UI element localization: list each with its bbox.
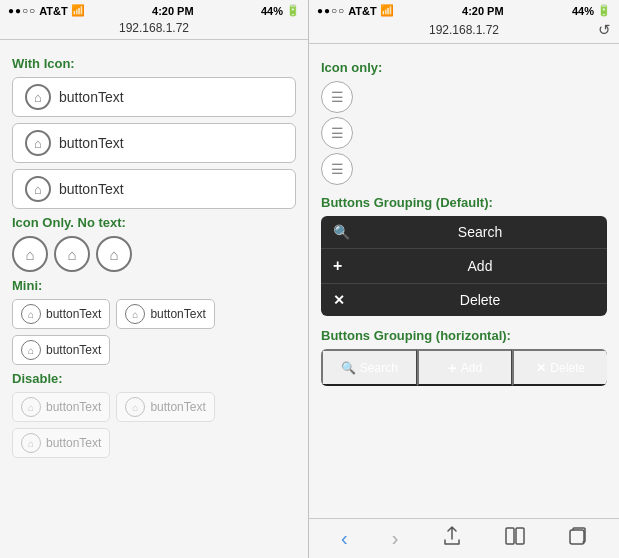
address-text-left: 192.168.1.72 <box>119 21 189 35</box>
status-bar-right-section: ●●○○ AT&T 📶 <box>317 4 394 17</box>
disabled-home-icon-1: ⌂ <box>21 397 41 417</box>
section-grouping-horizontal-label: Buttons Grouping (horizontal): <box>321 328 607 343</box>
disable-row-2: ⌂ buttonText <box>12 428 296 458</box>
address-text-right: 192.168.1.72 <box>429 23 499 37</box>
scroll-content-right: Icon only: ☰ ☰ ☰ Buttons Grouping (Defau… <box>309 44 619 518</box>
section-mini-label: Mini: <box>12 278 296 293</box>
icon-only-right-btn-2[interactable]: ☰ <box>321 117 353 149</box>
carrier-label: AT&T <box>39 5 68 17</box>
disabled-home-icon-3: ⌂ <box>21 433 41 453</box>
mini-row-2: ⌂ buttonText <box>12 335 296 365</box>
grouping-row-add[interactable]: + Add <box>321 249 607 284</box>
svg-rect-0 <box>506 528 514 544</box>
home-icon-3: ⌂ <box>25 176 51 202</box>
with-icon-button-2[interactable]: ⌂ buttonText <box>12 123 296 163</box>
disable-row-1: ⌂ buttonText ⌂ buttonText <box>12 392 296 422</box>
icon-only-right-group: ☰ ☰ ☰ <box>321 81 607 185</box>
disabled-button-1: ⌂ buttonText <box>12 392 110 422</box>
svg-rect-2 <box>570 530 584 544</box>
mini-button-2-label: buttonText <box>150 307 205 321</box>
left-panel: ●●○○ AT&T 📶 4:20 PM 44% 🔋 192.168.1.72 W… <box>0 0 309 558</box>
delete-icon-horiz: ✕ <box>536 361 546 375</box>
home-icon-1: ⌂ <box>25 84 51 110</box>
status-bar-right: ●●○○ AT&T 📶 4:20 PM 44% 🔋 <box>309 0 619 19</box>
mini-button-1[interactable]: ⌂ buttonText <box>12 299 110 329</box>
time-label-right: 4:20 PM <box>462 5 504 17</box>
grouping-default-table: 🔍 Search + Add ✕ Delete <box>321 216 607 316</box>
disabled-button-2-label: buttonText <box>150 400 205 414</box>
add-icon-horiz: + <box>448 359 457 376</box>
delete-icon-group: ✕ <box>333 292 355 308</box>
nav-bookmark-button[interactable] <box>505 527 525 550</box>
with-icon-button-1-label: buttonText <box>59 89 124 105</box>
address-bar-right: 192.168.1.72 ↺ <box>309 19 619 44</box>
svg-rect-1 <box>516 528 524 544</box>
icon-only-no-text-btn-1[interactable]: ⌂ <box>12 236 48 272</box>
disabled-button-1-label: buttonText <box>46 400 101 414</box>
status-bar-left: ●●○○ AT&T 📶 4:20 PM 44% 🔋 <box>0 0 308 19</box>
horizontal-delete-label: Delete <box>550 361 585 375</box>
scroll-content-left: With Icon: ⌂ buttonText ⌂ buttonText ⌂ b… <box>0 40 308 558</box>
grouping-row-search[interactable]: 🔍 Search <box>321 216 607 249</box>
nav-forward-button[interactable]: › <box>392 527 399 550</box>
icon-only-no-text-btn-2[interactable]: ⌂ <box>54 236 90 272</box>
nav-share-button[interactable] <box>443 526 461 551</box>
with-icon-button-2-label: buttonText <box>59 135 124 151</box>
section-with-icon-label: With Icon: <box>12 56 296 71</box>
with-icon-button-3-label: buttonText <box>59 181 124 197</box>
mini-button-3-label: buttonText <box>46 343 101 357</box>
grouping-delete-label: Delete <box>365 292 595 308</box>
signal-dots-right: ●●○○ <box>317 5 345 16</box>
grouping-row-delete[interactable]: ✕ Delete <box>321 284 607 316</box>
nav-tabs-button[interactable] <box>569 527 587 550</box>
battery-icon-right: 🔋 <box>597 4 611 17</box>
time-label-left: 4:20 PM <box>152 5 194 17</box>
bottom-nav: ‹ › <box>309 518 619 558</box>
section-grouping-default-label: Buttons Grouping (Default): <box>321 195 607 210</box>
refresh-button[interactable]: ↺ <box>598 21 611 39</box>
mini-home-icon-2: ⌂ <box>125 304 145 324</box>
nav-back-button[interactable]: ‹ <box>341 527 348 550</box>
right-panel: ●●○○ AT&T 📶 4:20 PM 44% 🔋 192.168.1.72 ↺… <box>309 0 619 558</box>
address-bar-left: 192.168.1.72 <box>0 19 308 40</box>
mini-button-3[interactable]: ⌂ buttonText <box>12 335 110 365</box>
grouping-add-label: Add <box>365 258 595 274</box>
add-icon-group: + <box>333 257 355 275</box>
icon-only-right-btn-1[interactable]: ☰ <box>321 81 353 113</box>
horizontal-add-btn[interactable]: + Add <box>417 349 513 386</box>
mini-row: ⌂ buttonText ⌂ buttonText <box>12 299 296 329</box>
carrier-label-right: AT&T <box>348 5 377 17</box>
with-icon-button-3[interactable]: ⌂ buttonText <box>12 169 296 209</box>
battery-section-left: 44% 🔋 <box>261 4 300 17</box>
with-icon-button-1[interactable]: ⌂ buttonText <box>12 77 296 117</box>
section-disable-label: Disable: <box>12 371 296 386</box>
battery-section-right: 44% 🔋 <box>572 4 611 17</box>
icon-only-no-text-row: ⌂ ⌂ ⌂ <box>12 236 296 272</box>
status-bar-left-section: ●●○○ AT&T 📶 <box>8 4 85 17</box>
section-icon-only-right-label: Icon only: <box>321 60 607 75</box>
search-icon-horiz: 🔍 <box>341 361 356 375</box>
mini-button-2[interactable]: ⌂ buttonText <box>116 299 214 329</box>
wifi-icon-right: 📶 <box>380 4 394 17</box>
icon-only-no-text-btn-3[interactable]: ⌂ <box>96 236 132 272</box>
grouping-horizontal-table: 🔍 Search + Add ✕ Delete <box>321 349 607 386</box>
disabled-home-icon-2: ⌂ <box>125 397 145 417</box>
mini-home-icon-1: ⌂ <box>21 304 41 324</box>
battery-percent-right: 44% <box>572 5 594 17</box>
signal-dots: ●●○○ <box>8 5 36 16</box>
mini-home-icon-3: ⌂ <box>21 340 41 360</box>
horizontal-search-btn[interactable]: 🔍 Search <box>321 349 417 386</box>
battery-percent-left: 44% <box>261 5 283 17</box>
disabled-button-2: ⌂ buttonText <box>116 392 214 422</box>
section-icon-only-no-text-label: Icon Only. No text: <box>12 215 296 230</box>
horizontal-search-label: Search <box>360 361 398 375</box>
wifi-icon: 📶 <box>71 4 85 17</box>
horizontal-delete-btn[interactable]: ✕ Delete <box>512 349 607 386</box>
grouping-search-label: Search <box>365 224 595 240</box>
search-icon-group: 🔍 <box>333 224 355 240</box>
icon-only-right-btn-3[interactable]: ☰ <box>321 153 353 185</box>
horizontal-add-label: Add <box>461 361 482 375</box>
battery-icon-left: 🔋 <box>286 4 300 17</box>
mini-button-1-label: buttonText <box>46 307 101 321</box>
disabled-button-3: ⌂ buttonText <box>12 428 110 458</box>
